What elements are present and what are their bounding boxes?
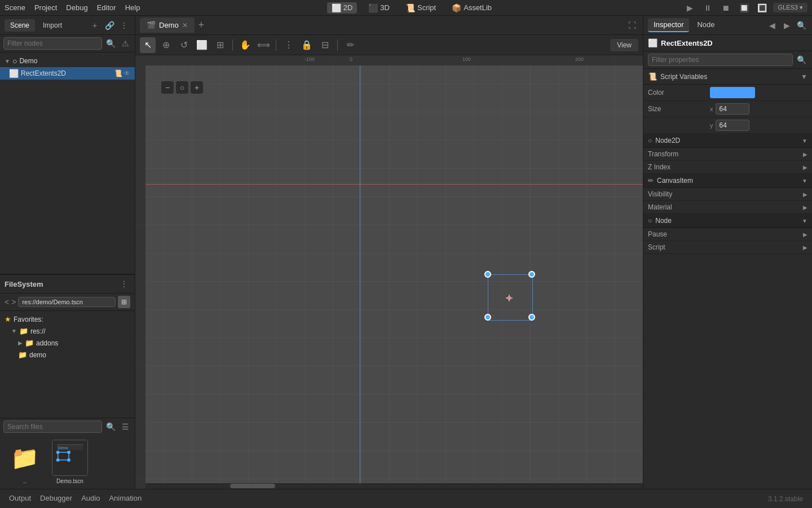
- tool-rect[interactable]: ⊞: [212, 37, 228, 53]
- add-viewport-tab[interactable]: +: [195, 19, 208, 32]
- handle-top-left[interactable]: [484, 271, 491, 278]
- visibility-row[interactable]: Visibility ▶: [643, 188, 812, 201]
- mode-script[interactable]: 📜 Script: [401, 2, 440, 14]
- mode-2d[interactable]: ⬜ 2D: [327, 2, 358, 14]
- favorites-header[interactable]: ★ Favorites:: [0, 313, 135, 325]
- canvas-area[interactable]: -100 0 100 200 300: [135, 55, 643, 489]
- handle-bottom-right[interactable]: [528, 314, 535, 321]
- node-filter-input[interactable]: [3, 37, 102, 50]
- pause-row[interactable]: Pause ▶: [643, 228, 812, 241]
- tool-select[interactable]: ↖: [140, 37, 156, 53]
- size-x-input[interactable]: [716, 103, 749, 115]
- tab-scene[interactable]: Scene: [5, 19, 35, 32]
- tool-zoom[interactable]: ⟺: [255, 37, 271, 53]
- inspector-history-forward[interactable]: ▶: [780, 19, 793, 32]
- mode-3d[interactable]: ⬛ 3D: [364, 2, 394, 14]
- remote-button[interactable]: 🔲: [737, 1, 751, 15]
- view-button[interactable]: View: [610, 39, 638, 51]
- file-search-input[interactable]: [3, 421, 102, 433]
- center-handle[interactable]: [505, 294, 514, 303]
- menu-editor[interactable]: Editor: [97, 3, 116, 12]
- demo-scene-thumb[interactable]: Demo Demo.tscn: [50, 440, 90, 484]
- tab-debugger[interactable]: Debugger: [40, 492, 72, 506]
- filesystem-options-button[interactable]: ⋮: [118, 278, 130, 290]
- viewport-tab-demo[interactable]: 🎬 Demo ✕: [140, 17, 195, 33]
- tree-node-demo[interactable]: ▼ ○ Demo: [0, 55, 135, 67]
- tab-node[interactable]: Node: [691, 18, 720, 32]
- file-list-view-button[interactable]: ☰: [119, 421, 131, 433]
- tab-animation[interactable]: Animation: [109, 492, 142, 506]
- stop-button[interactable]: ⏹: [719, 1, 732, 15]
- tool-rotate[interactable]: ↺: [176, 37, 192, 53]
- menu-scene[interactable]: Scene: [5, 3, 25, 12]
- svg-text:Demo: Demo: [58, 446, 68, 450]
- node2d-section[interactable]: ○ Node2D ▼: [643, 134, 812, 148]
- gles-selector[interactable]: GLES3 ▾: [773, 3, 807, 12]
- inspector-history-back[interactable]: ◀: [766, 19, 778, 32]
- property-filter-input[interactable]: [648, 54, 793, 66]
- node-section[interactable]: ○ Node ▼: [643, 214, 812, 228]
- tool-snap-more[interactable]: ⋮: [281, 37, 297, 53]
- menu-help[interactable]: Help: [125, 3, 140, 12]
- tab-inspector[interactable]: Inspector: [648, 18, 689, 32]
- filter-search-icon[interactable]: 🔍: [104, 37, 117, 50]
- scene-warning-button[interactable]: ⚠: [119, 37, 131, 50]
- color-picker-button[interactable]: [710, 87, 755, 98]
- svg-point-8: [67, 458, 70, 462]
- filesystem-title: FileSystem: [5, 280, 116, 288]
- zoom-reset-button[interactable]: ○: [176, 81, 188, 94]
- node-section-arrow: ▼: [802, 218, 807, 224]
- file-search-icon[interactable]: 🔍: [104, 421, 117, 433]
- viewport-tab-close[interactable]: ✕: [182, 21, 188, 29]
- inspector-node-title: RectExtents2D: [661, 39, 807, 47]
- node-script-action[interactable]: 📜: [114, 69, 122, 77]
- movie-button[interactable]: 🔳: [755, 1, 769, 15]
- tool-bones[interactable]: ✏: [342, 37, 358, 53]
- parent-folder-thumb[interactable]: 📁 ..: [5, 440, 45, 484]
- zindex-row[interactable]: Z Index ▶: [643, 161, 812, 174]
- demo-folder-icon: 📁: [18, 351, 27, 359]
- demo-folder-item[interactable]: 📁 demo: [0, 349, 135, 361]
- script-variables-section[interactable]: 📜 Script Variables ▼: [643, 69, 812, 85]
- zoom-in-button[interactable]: +: [191, 81, 203, 94]
- mode-assetlib[interactable]: 📦 AssetLib: [447, 2, 496, 14]
- path-forward-button[interactable]: >: [11, 297, 16, 306]
- tool-hand[interactable]: ✋: [237, 37, 253, 53]
- path-back-button[interactable]: <: [5, 297, 9, 306]
- tree-node-rectextents2d[interactable]: ⬜ RectExtents2D 📜 👁: [0, 67, 135, 80]
- menu-debug[interactable]: Debug: [66, 3, 87, 12]
- tool-move[interactable]: ⊕: [158, 37, 174, 53]
- size-y-input[interactable]: [716, 120, 749, 131]
- tool-group[interactable]: ⊟: [317, 37, 333, 53]
- tool-scale[interactable]: ⬜: [194, 37, 210, 53]
- instance-scene-button[interactable]: 🔗: [103, 19, 116, 32]
- path-view-button[interactable]: ⊞: [118, 296, 130, 308]
- canvasitem-section[interactable]: ✏ CanvasItem ▼: [643, 174, 812, 188]
- res-root-item[interactable]: ▼ 📁 res://: [0, 325, 135, 337]
- node-visibility-action[interactable]: 👁: [123, 69, 130, 77]
- tab-audio[interactable]: Audio: [81, 492, 100, 506]
- star-icon: ★: [5, 315, 11, 323]
- horizontal-scrollbar[interactable]: [145, 483, 643, 489]
- fullscreen-button[interactable]: ⛶: [626, 19, 638, 32]
- scene-options-button[interactable]: ⋮: [118, 19, 130, 32]
- property-filter-search-icon[interactable]: 🔍: [795, 54, 807, 66]
- inspector-object-button[interactable]: 🔍: [795, 19, 807, 32]
- tab-import[interactable]: Import: [37, 19, 68, 32]
- zoom-out-button[interactable]: −: [161, 81, 174, 94]
- tool-lock[interactable]: 🔒: [299, 37, 315, 53]
- menu-project[interactable]: Project: [34, 3, 57, 12]
- demo-scene-icon: Demo: [52, 440, 88, 476]
- addons-folder-item[interactable]: ▶ 📁 addons: [0, 337, 135, 349]
- script-row[interactable]: Script ▶: [643, 241, 812, 254]
- tab-output[interactable]: Output: [9, 492, 31, 506]
- visibility-arrow: ▶: [803, 191, 807, 198]
- handle-bottom-left[interactable]: [484, 314, 491, 321]
- add-node-button[interactable]: +: [89, 19, 101, 32]
- scrollbar-thumb[interactable]: [230, 484, 275, 488]
- transform-row[interactable]: Transform ▶: [643, 148, 812, 161]
- play-button[interactable]: ▶: [683, 1, 696, 15]
- handle-top-right[interactable]: [528, 271, 535, 278]
- pause-button[interactable]: ⏸: [701, 1, 714, 15]
- material-row[interactable]: Material ▶: [643, 201, 812, 214]
